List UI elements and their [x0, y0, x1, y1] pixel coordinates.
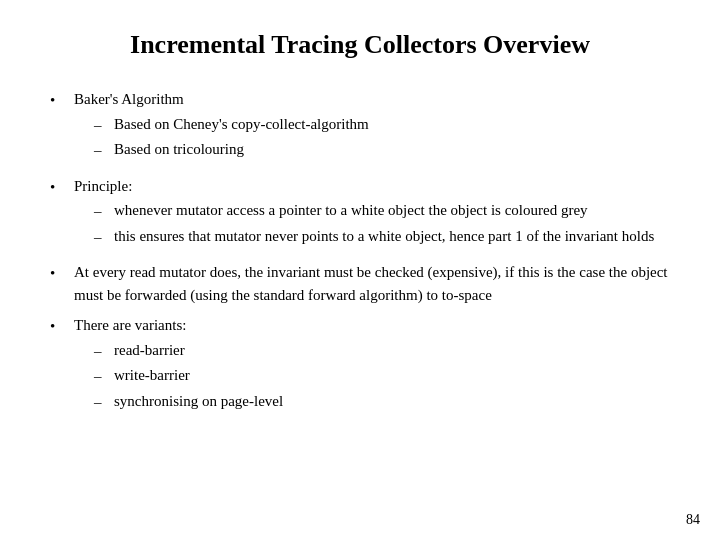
bullet-item-principle: • Principle: – whenever mutator access a… — [50, 175, 670, 254]
sub-text-sync: synchronising on page-level — [114, 391, 670, 413]
principle-sub-list: – whenever mutator access a pointer to a… — [94, 200, 670, 248]
bullet-item-bakers: • Baker's Algorithm – Based on Cheney's … — [50, 88, 670, 167]
dash-white-object: – — [94, 200, 114, 223]
sub-text-invariant: this ensures that mutator never points t… — [114, 226, 670, 248]
bullet-variants-text: There are variants: — [74, 317, 186, 333]
sub-item-write-barrier: – write-barrier — [94, 365, 670, 388]
variants-sub-list: – read-barrier – write-barrier – synchro… — [94, 340, 670, 414]
dash-cheney: – — [94, 114, 114, 137]
dash-tricolouring: – — [94, 139, 114, 162]
slide-title: Incremental Tracing Collectors Overview — [50, 30, 670, 60]
content-area: • Baker's Algorithm – Based on Cheney's … — [50, 88, 670, 418]
sub-item-white-object: – whenever mutator access a pointer to a… — [94, 200, 670, 223]
sub-text-white-object: whenever mutator access a pointer to a w… — [114, 200, 670, 222]
dash-write-barrier: – — [94, 365, 114, 388]
sub-item-tricolouring: – Based on tricolouring — [94, 139, 670, 162]
dash-invariant: – — [94, 226, 114, 249]
dash-read-barrier: – — [94, 340, 114, 363]
sub-item-cheney: – Based on Cheney's copy-collect-algorit… — [94, 114, 670, 137]
bullet-item-read-mutator: • At every read mutator does, the invari… — [50, 261, 670, 306]
sub-text-write-barrier: write-barrier — [114, 365, 670, 387]
page-number: 84 — [686, 512, 700, 528]
sub-item-invariant: – this ensures that mutator never points… — [94, 226, 670, 249]
bullet-dot-1: • — [50, 88, 74, 112]
bullet-read-mutator-text: At every read mutator does, the invarian… — [74, 264, 668, 303]
bullet-dot-3: • — [50, 261, 74, 285]
bullet-bakers-text: Baker's Algorithm — [74, 91, 184, 107]
bullet-dot-4: • — [50, 314, 74, 338]
sub-text-read-barrier: read-barrier — [114, 340, 670, 362]
sub-item-sync: – synchronising on page-level — [94, 391, 670, 414]
sub-item-read-barrier: – read-barrier — [94, 340, 670, 363]
dash-sync: – — [94, 391, 114, 414]
sub-text-tricolouring: Based on tricolouring — [114, 139, 670, 161]
bakers-sub-list: – Based on Cheney's copy-collect-algorit… — [94, 114, 670, 162]
sub-text-cheney: Based on Cheney's copy-collect-algorithm — [114, 114, 670, 136]
bullet-principle-text: Principle: — [74, 178, 132, 194]
slide: Incremental Tracing Collectors Overview … — [0, 0, 720, 540]
bullet-item-variants: • There are variants: – read-barrier – w… — [50, 314, 670, 418]
bullet-dot-2: • — [50, 175, 74, 199]
